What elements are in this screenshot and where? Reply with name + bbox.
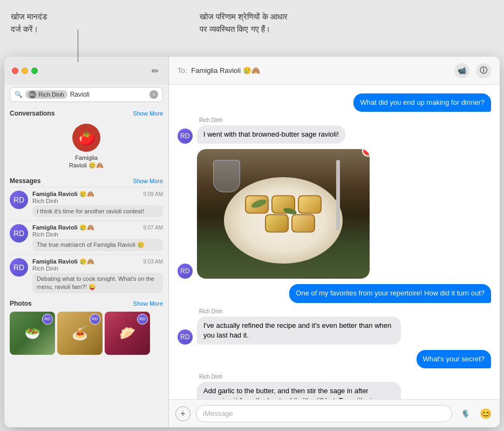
msg-preview: The true matriarch of Famiglia Ravioli 🥲 <box>32 239 163 251</box>
video-call-button[interactable]: 📹 <box>454 63 469 78</box>
message-item[interactable]: RD Famiglia Ravioli 🥲🙈Rich Dinh 9:07 AM … <box>10 220 163 254</box>
compose-button[interactable]: ✏ <box>149 65 161 77</box>
conversation-label: FamigliaRavioli 🥲🙈 <box>69 154 104 170</box>
photo-avatar-3: RD <box>137 314 148 325</box>
imessage-input[interactable]: iMessage <box>196 405 452 422</box>
traffic-lights <box>12 68 38 74</box>
msg-time: 9:07 AM <box>143 225 163 231</box>
msg-avatar: RD <box>10 191 28 209</box>
chat-message-row: What's your secret? <box>178 350 491 368</box>
audio-icon: 🎙️ <box>461 409 470 418</box>
chat-message-row: One of my favorites from your repertoire… <box>178 284 491 302</box>
right-panel: To: Famiglia Ravioli 🥲🙈 📹 ⓘ What did you… <box>169 57 500 427</box>
message-item[interactable]: RD Famiglia Ravioli 🥲🙈Rich Dinh 9:09 AM … <box>10 187 163 221</box>
msg-avatar: RD <box>10 224 28 243</box>
annotation-right: खोज परिणाम श्रेणियों के आधार पर व्यवस्थि… <box>178 6 493 35</box>
search-clear-button[interactable]: × <box>149 90 158 99</box>
bubble-sender: Rich Dinh <box>197 374 401 380</box>
photos-section: Photos Show More 🥗 RD 🍝 RD <box>4 297 168 357</box>
msg-meta: Famiglia Ravioli 🥲🙈Rich Dinh 9:03 AM <box>32 258 163 272</box>
search-contact-chip: RD Rich Dinh <box>25 90 67 99</box>
annotation-area: खोज मानदंड दर्ज करें। खोज परिणाम श्रेणिय… <box>0 0 504 59</box>
msg-preview: I think it's time for another ravioli co… <box>32 205 163 218</box>
bubble-sender: Rich Dinh <box>197 308 401 314</box>
chat-message-row: RD <box>178 149 491 279</box>
message-bubble: I went with that browned-butter sage rav… <box>197 125 345 144</box>
annotation-line <box>78 30 78 62</box>
chat-header-icons: 📹 ⓘ <box>454 63 491 78</box>
msg-time: 9:03 AM <box>143 259 163 265</box>
photos-grid: 🥗 RD 🍝 RD 🥟 RD <box>10 309 163 357</box>
emoji-button[interactable]: 😊 <box>478 406 493 421</box>
bubble-content: One of my favorites from your repertoire… <box>289 284 491 302</box>
chat-message-row: What did you end up making for dinner? <box>178 93 491 112</box>
conversations-section: Conversations Show More 🍅 FamigliaRaviol… <box>4 106 168 174</box>
image-bubble[interactable]: ❤️ <box>197 149 370 279</box>
annotation-left: खोज मानदंड दर्ज करें। <box>11 6 178 35</box>
conversation-item[interactable]: 🍅 FamigliaRavioli 🥲🙈 <box>10 119 163 174</box>
message-item[interactable]: RD Famiglia Ravioli 🥲🙈Rich Dinh 9:03 AM … <box>10 254 163 297</box>
info-icon: ⓘ <box>480 66 487 76</box>
message-bubble: Add garlic to the butter, and then stir … <box>197 382 401 399</box>
compose-icon: ✏ <box>152 66 159 76</box>
messages-show-more-button[interactable]: Show More <box>133 178 163 184</box>
audio-button[interactable]: 🎙️ <box>458 406 473 421</box>
msg-content: Famiglia Ravioli 🥲🙈Rich Dinh 9:07 AM The… <box>32 224 163 251</box>
conversations-title: Conversations <box>10 110 55 117</box>
conv-avatar-emoji: 🍅 <box>78 130 95 146</box>
close-button[interactable] <box>12 68 18 74</box>
bubble-sender: Rich Dinh <box>197 117 345 123</box>
message-bubble: I've actually refined the recipe and it'… <box>197 316 401 345</box>
chat-message-row: RD Rich Dinh I've actually refined the r… <box>178 308 491 345</box>
photos-header: Photos Show More <box>10 297 163 309</box>
msg-meta: Famiglia Ravioli 🥲🙈Rich Dinh 9:07 AM <box>32 224 163 238</box>
annotation-right-text: खोज परिणाम श्रेणियों के आधार पर व्यवस्थि… <box>200 12 288 33</box>
chat-message-row: RD Rich Dinh I went with that browned-bu… <box>178 117 491 144</box>
photo-thumb-3[interactable]: 🥟 RD <box>105 312 150 355</box>
messages-header: Messages Show More <box>10 174 163 187</box>
add-button[interactable]: + <box>175 406 190 421</box>
search-bar[interactable]: 🔍 RD Rich Dinh Ravioli × <box>10 87 163 102</box>
msg-preview: Debating what to cook tonight. What's on… <box>32 273 163 293</box>
photo-avatar-2: RD <box>90 314 100 325</box>
conversations-show-more-button[interactable]: Show More <box>133 110 163 117</box>
photos-title: Photos <box>10 300 32 307</box>
minimize-button[interactable] <box>22 68 28 74</box>
image-bubble-content: ❤️ <box>197 149 370 279</box>
photos-show-more-button[interactable]: Show More <box>133 300 163 307</box>
contact-avatar: RD <box>29 91 36 98</box>
chat-recipient: Famiglia Ravioli 🥲🙈 <box>191 66 450 75</box>
contact-chip-label: Rich Dinh <box>38 91 64 98</box>
msg-content: Famiglia Ravioli 🥲🙈Rich Dinh 9:09 AM I t… <box>32 191 163 218</box>
message-bubble: What did you end up making for dinner? <box>353 93 491 112</box>
chat-header: To: Famiglia Ravioli 🥲🙈 📹 ⓘ <box>169 57 500 85</box>
add-icon: + <box>180 409 185 419</box>
info-button[interactable]: ⓘ <box>476 63 491 78</box>
input-placeholder: iMessage <box>203 409 233 417</box>
msg-from: Famiglia Ravioli 🥲🙈Rich Dinh <box>32 224 94 238</box>
message-bubble: One of my favorites from your repertoire… <box>289 284 491 302</box>
search-query-text: Ravioli <box>70 91 147 98</box>
msg-meta: Famiglia Ravioli 🥲🙈Rich Dinh 9:09 AM <box>32 191 163 204</box>
bubble-avatar: RD <box>178 129 193 144</box>
video-call-icon: 📹 <box>458 66 466 75</box>
photo-thumb-1[interactable]: 🥗 RD <box>10 312 55 355</box>
messages-title: Messages <box>10 177 40 185</box>
emoji-icon: 😊 <box>480 408 492 420</box>
maximize-button[interactable] <box>31 68 38 74</box>
chat-message-row: RD Rich Dinh Add garlic to the butter, a… <box>178 374 491 399</box>
bubble-content: Rich Dinh Add garlic to the butter, and … <box>197 374 401 399</box>
conversation-avatar: 🍅 <box>72 124 100 152</box>
chat-to-label: To: <box>178 66 187 75</box>
bubble-content: Rich Dinh I've actually refined the reci… <box>197 308 401 345</box>
messages-section: Messages Show More RD Famiglia Ravioli 🥲… <box>4 174 168 297</box>
msg-from: Famiglia Ravioli 🥲🙈Rich Dinh <box>32 258 94 272</box>
bubble-content: What's your secret? <box>417 350 491 368</box>
msg-time: 9:09 AM <box>143 191 163 197</box>
photo-thumb-2[interactable]: 🍝 RD <box>57 312 103 355</box>
chat-input-area: + iMessage 🎙️ 😊 <box>169 399 500 427</box>
msg-from: Famiglia Ravioli 🥲🙈Rich Dinh <box>32 191 94 204</box>
msg-content: Famiglia Ravioli 🥲🙈Rich Dinh 9:03 AM Deb… <box>32 258 163 293</box>
bubble-content: What did you end up making for dinner? <box>353 93 491 112</box>
search-icon: 🔍 <box>15 91 23 98</box>
